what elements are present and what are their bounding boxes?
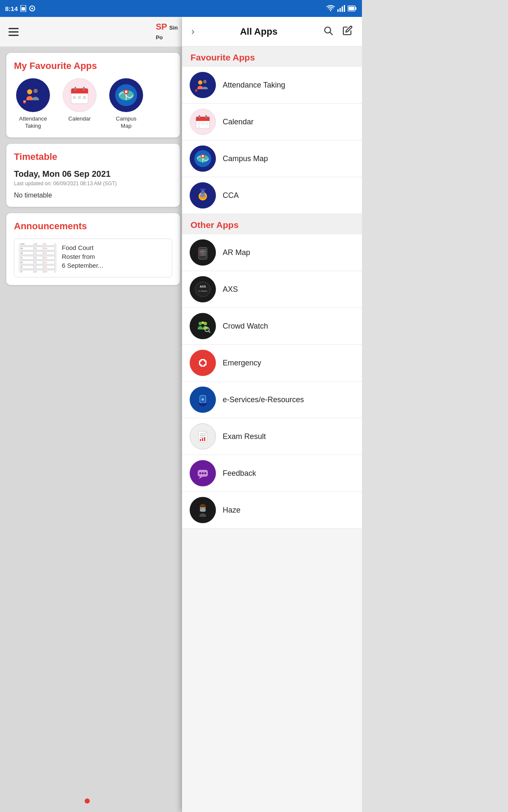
circle-icon: [29, 5, 36, 12]
svg-point-88: [199, 472, 202, 475]
bottom-spacer: [182, 529, 362, 546]
axs-list-label: AXS: [223, 285, 238, 294]
back-button[interactable]: ›: [189, 24, 197, 40]
list-item-exam[interactable]: Exam Result: [182, 418, 362, 455]
panel-title: All Apps: [201, 26, 316, 37]
sp-logo: SP SinPo: [156, 22, 178, 41]
edit-button[interactable]: [340, 23, 355, 41]
fav-app-calendar[interactable]: Calendar: [61, 78, 99, 130]
list-item-attendance[interactable]: Attendance Taking: [182, 67, 362, 104]
svg-rect-10: [356, 7, 357, 10]
svg-rect-23: [83, 96, 86, 99]
announcement-item[interactable]: Food Court ItemQ$ A23.0 B12.5 C34.0 D21.…: [14, 239, 172, 277]
other-apps-section-header: Other Apps: [182, 214, 362, 234]
emergency-list-label: Emergency: [223, 359, 261, 368]
other-apps-section-title: Other Apps: [190, 220, 353, 230]
feedback-list-icon: [190, 460, 216, 486]
axs-list-icon: AXS m-Station: [190, 276, 216, 302]
fav-app-attendance[interactable]: SP AttendanceTaking: [14, 78, 52, 130]
svg-text:AXS: AXS: [200, 285, 206, 288]
list-item-feedback[interactable]: Feedback: [182, 455, 362, 492]
svg-rect-1: [22, 7, 25, 11]
svg-rect-84: [202, 438, 203, 441]
exam-list-label: Exam Result: [223, 432, 266, 441]
list-item-campusmap[interactable]: Campus Map: [182, 140, 362, 177]
list-item-crowdwatch[interactable]: Crowd Watch: [182, 308, 362, 345]
svg-rect-20: [83, 87, 85, 91]
svg-point-66: [204, 322, 207, 325]
svg-rect-38: [199, 115, 200, 118]
calendar-list-label: Calendar: [223, 118, 254, 126]
status-time: 8:14: [5, 5, 18, 12]
list-item-calendar[interactable]: Calendar: [182, 104, 362, 140]
svg-text:m-Station: m-Station: [198, 290, 207, 292]
list-item-eservices[interactable]: e e-Services/e-Resources: [182, 381, 362, 418]
svg-rect-6: [342, 6, 343, 12]
armap-list-label: AR Map: [223, 248, 250, 257]
battery-icon: [348, 5, 357, 11]
campusmap-list-label: Campus Map: [223, 154, 268, 163]
svg-rect-41: [202, 123, 204, 125]
favourite-apps-card: My Favourite Apps SP Attendanc: [6, 53, 180, 137]
list-item-axs[interactable]: AXS m-Station AXS: [182, 271, 362, 308]
timetable-updated: Last updated on: 06/09/2021 08:13 AM (SG…: [14, 181, 172, 187]
sim-icon: [20, 5, 26, 12]
list-item-armap[interactable]: AR Map: [182, 234, 362, 271]
svg-rect-39: [205, 115, 207, 118]
svg-rect-19: [75, 87, 76, 91]
crowdwatch-list-label: Crowd Watch: [223, 322, 268, 331]
wifi-icon: [326, 5, 335, 12]
svg-rect-9: [348, 7, 354, 10]
search-button[interactable]: [320, 23, 336, 41]
fav-app-campusmap[interactable]: CampusMap: [107, 78, 145, 130]
svg-rect-5: [340, 8, 341, 12]
eservices-list-icon: e: [190, 387, 216, 413]
left-header: SP SinPo: [0, 17, 186, 47]
favourite-apps-section-title: Favourite Apps: [190, 52, 353, 63]
svg-text:SP: SP: [23, 100, 26, 103]
svg-rect-93: [200, 508, 206, 512]
svg-rect-40: [198, 123, 200, 125]
armap-list-icon: [190, 239, 216, 266]
left-panel: SP SinPo My Favourite Apps SP: [0, 17, 186, 812]
haze-list-icon: [190, 497, 216, 523]
favourite-apps-title: My Favourite Apps: [14, 60, 172, 71]
svg-point-89: [202, 472, 204, 475]
right-header: › All Apps: [182, 17, 362, 47]
svg-point-95: [204, 506, 205, 508]
svg-rect-7: [344, 5, 345, 12]
svg-line-69: [209, 331, 210, 332]
hamburger-menu[interactable]: [8, 28, 19, 36]
exam-list-icon: [190, 423, 216, 450]
svg-rect-43: [198, 126, 200, 128]
svg-point-67: [202, 321, 204, 324]
svg-rect-4: [337, 9, 339, 12]
fav-app-calendar-label: Calendar: [69, 115, 91, 123]
list-item-haze[interactable]: Haze: [182, 492, 362, 529]
svg-point-3: [31, 8, 33, 9]
svg-point-90: [204, 472, 207, 475]
signal-icon: [337, 5, 345, 12]
attendance-icon: SP: [16, 78, 50, 112]
calendar-list-icon: [190, 109, 216, 135]
timetable-date: Today, Mon 06 Sep 2021: [14, 169, 172, 179]
emergency-list-icon: [190, 350, 216, 376]
svg-point-94: [201, 506, 202, 508]
svg-point-12: [27, 89, 32, 94]
eservices-list-label: e-Services/e-Resources: [223, 395, 304, 404]
timetable-card: Timetable Today, Mon 06 Sep 2021 Last up…: [6, 144, 180, 207]
cca-list-icon: 1: [190, 182, 216, 208]
page-dot-indicator: [85, 798, 90, 804]
svg-point-32: [198, 80, 202, 85]
svg-rect-83: [200, 439, 201, 441]
svg-point-28: [125, 91, 127, 93]
status-left: 8:14: [5, 5, 36, 12]
list-item-emergency[interactable]: Emergency: [182, 345, 362, 381]
announcements-card: Announcements Food Court ItemQ$ A23.0 B1…: [6, 213, 180, 285]
svg-point-65: [199, 322, 202, 325]
list-item-cca[interactable]: 1 CCA: [182, 177, 362, 214]
svg-point-48: [202, 155, 204, 157]
attendance-list-icon: [190, 72, 216, 98]
campusmap-list-icon: [190, 145, 216, 172]
svg-rect-74: [200, 362, 205, 364]
